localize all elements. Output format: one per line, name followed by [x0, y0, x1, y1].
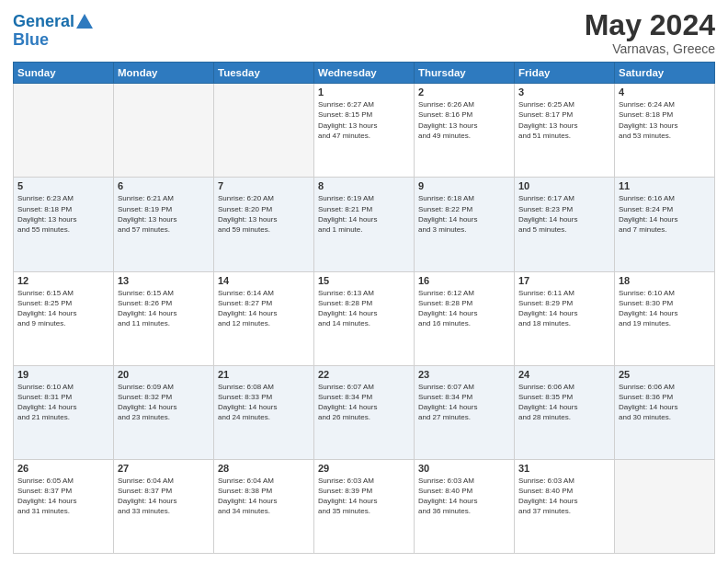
day-info: Sunrise: 6:18 AM Sunset: 8:22 PM Dayligh…	[418, 193, 510, 235]
day-number: 26	[17, 463, 109, 474]
logo-text: General	[13, 13, 74, 31]
calendar-cell: 7Sunrise: 6:20 AM Sunset: 8:20 PM Daylig…	[214, 178, 314, 271]
day-info: Sunrise: 6:04 AM Sunset: 8:38 PM Dayligh…	[218, 476, 310, 517]
day-number: 18	[619, 275, 711, 286]
calendar-header-row: SundayMondayTuesdayWednesdayThursdayFrid…	[14, 63, 715, 84]
day-info: Sunrise: 6:13 AM Sunset: 8:28 PM Dayligh…	[318, 288, 410, 329]
day-header-friday: Friday	[515, 63, 615, 84]
calendar-cell: 30Sunrise: 6:03 AM Sunset: 8:40 PM Dayli…	[415, 459, 515, 553]
day-number: 14	[218, 275, 310, 286]
day-header-monday: Monday	[114, 63, 214, 84]
day-info: Sunrise: 6:20 AM Sunset: 8:20 PM Dayligh…	[218, 193, 310, 235]
day-number: 25	[619, 369, 711, 380]
page: General Blue May 2024 Varnavas, Greece S…	[0, 0, 728, 563]
day-info: Sunrise: 6:21 AM Sunset: 8:19 PM Dayligh…	[118, 193, 210, 235]
day-header-sunday: Sunday	[14, 63, 114, 84]
day-number: 3	[518, 86, 610, 98]
day-number: 19	[17, 369, 109, 380]
calendar-cell: 12Sunrise: 6:15 AM Sunset: 8:25 PM Dayli…	[14, 271, 114, 365]
day-header-tuesday: Tuesday	[214, 63, 314, 84]
day-number: 8	[318, 180, 410, 191]
day-info: Sunrise: 6:07 AM Sunset: 8:34 PM Dayligh…	[418, 382, 510, 423]
calendar-cell: 14Sunrise: 6:14 AM Sunset: 8:27 PM Dayli…	[214, 271, 314, 365]
calendar-cell: 27Sunrise: 6:04 AM Sunset: 8:37 PM Dayli…	[114, 459, 214, 553]
day-number: 28	[218, 463, 310, 474]
day-number: 6	[118, 180, 210, 191]
calendar-cell: 18Sunrise: 6:10 AM Sunset: 8:30 PM Dayli…	[615, 271, 715, 365]
calendar-cell: 6Sunrise: 6:21 AM Sunset: 8:19 PM Daylig…	[114, 178, 214, 271]
day-number: 29	[318, 463, 410, 474]
day-info: Sunrise: 6:19 AM Sunset: 8:21 PM Dayligh…	[318, 193, 410, 235]
day-info: Sunrise: 6:15 AM Sunset: 8:26 PM Dayligh…	[118, 288, 210, 329]
header: General Blue May 2024 Varnavas, Greece	[13, 9, 715, 56]
title-month: May 2024	[585, 9, 715, 41]
day-number: 17	[518, 275, 610, 286]
day-info: Sunrise: 6:03 AM Sunset: 8:40 PM Dayligh…	[418, 476, 510, 517]
day-number: 23	[418, 369, 510, 380]
day-info: Sunrise: 6:17 AM Sunset: 8:23 PM Dayligh…	[518, 193, 610, 235]
calendar-week-row: 12Sunrise: 6:15 AM Sunset: 8:25 PM Dayli…	[14, 271, 715, 365]
calendar-cell: 5Sunrise: 6:23 AM Sunset: 8:18 PM Daylig…	[14, 178, 114, 271]
day-number: 7	[218, 180, 310, 191]
day-info: Sunrise: 6:06 AM Sunset: 8:35 PM Dayligh…	[518, 382, 610, 423]
day-header-saturday: Saturday	[615, 63, 715, 84]
day-number: 9	[418, 180, 510, 191]
day-info: Sunrise: 6:03 AM Sunset: 8:39 PM Dayligh…	[318, 476, 410, 517]
day-info: Sunrise: 6:14 AM Sunset: 8:27 PM Dayligh…	[218, 288, 310, 329]
title-location: Varnavas, Greece	[585, 41, 715, 56]
calendar-cell: 13Sunrise: 6:15 AM Sunset: 8:26 PM Dayli…	[114, 271, 214, 365]
calendar-cell	[14, 84, 114, 178]
day-info: Sunrise: 6:10 AM Sunset: 8:30 PM Dayligh…	[619, 288, 711, 329]
day-number: 22	[318, 369, 410, 380]
logo: General Blue	[13, 13, 93, 50]
calendar-cell	[615, 459, 715, 553]
day-info: Sunrise: 6:16 AM Sunset: 8:24 PM Dayligh…	[619, 193, 711, 235]
calendar-cell: 19Sunrise: 6:10 AM Sunset: 8:31 PM Dayli…	[14, 365, 114, 459]
day-info: Sunrise: 6:08 AM Sunset: 8:33 PM Dayligh…	[218, 382, 310, 423]
calendar-cell: 2Sunrise: 6:26 AM Sunset: 8:16 PM Daylig…	[415, 84, 515, 178]
day-info: Sunrise: 6:04 AM Sunset: 8:37 PM Dayligh…	[118, 476, 210, 517]
day-info: Sunrise: 6:06 AM Sunset: 8:36 PM Dayligh…	[619, 382, 711, 423]
day-number: 12	[17, 275, 109, 286]
calendar-cell: 9Sunrise: 6:18 AM Sunset: 8:22 PM Daylig…	[415, 178, 515, 271]
calendar-cell: 26Sunrise: 6:05 AM Sunset: 8:37 PM Dayli…	[14, 459, 114, 553]
title-block: May 2024 Varnavas, Greece	[585, 9, 715, 56]
calendar-cell: 8Sunrise: 6:19 AM Sunset: 8:21 PM Daylig…	[314, 178, 415, 271]
day-number: 13	[118, 275, 210, 286]
day-header-thursday: Thursday	[415, 63, 515, 84]
calendar-cell: 25Sunrise: 6:06 AM Sunset: 8:36 PM Dayli…	[615, 365, 715, 459]
day-number: 31	[518, 463, 610, 474]
day-number: 1	[318, 86, 410, 98]
calendar-cell: 3Sunrise: 6:25 AM Sunset: 8:17 PM Daylig…	[515, 84, 615, 178]
day-info: Sunrise: 6:12 AM Sunset: 8:28 PM Dayligh…	[418, 288, 510, 329]
day-number: 21	[218, 369, 310, 380]
calendar-week-row: 26Sunrise: 6:05 AM Sunset: 8:37 PM Dayli…	[14, 459, 715, 553]
calendar-cell: 16Sunrise: 6:12 AM Sunset: 8:28 PM Dayli…	[415, 271, 515, 365]
day-info: Sunrise: 6:27 AM Sunset: 8:15 PM Dayligh…	[318, 99, 410, 141]
day-number: 20	[118, 369, 210, 380]
calendar-week-row: 5Sunrise: 6:23 AM Sunset: 8:18 PM Daylig…	[14, 178, 715, 271]
calendar-cell: 11Sunrise: 6:16 AM Sunset: 8:24 PM Dayli…	[615, 178, 715, 271]
calendar-cell: 21Sunrise: 6:08 AM Sunset: 8:33 PM Dayli…	[214, 365, 314, 459]
day-number: 2	[418, 86, 510, 98]
calendar-cell: 20Sunrise: 6:09 AM Sunset: 8:32 PM Dayli…	[114, 365, 214, 459]
day-info: Sunrise: 6:25 AM Sunset: 8:17 PM Dayligh…	[518, 99, 610, 141]
calendar-cell: 28Sunrise: 6:04 AM Sunset: 8:38 PM Dayli…	[214, 459, 314, 553]
calendar-week-row: 19Sunrise: 6:10 AM Sunset: 8:31 PM Dayli…	[14, 365, 715, 459]
calendar-cell: 29Sunrise: 6:03 AM Sunset: 8:39 PM Dayli…	[314, 459, 415, 553]
day-number: 11	[619, 180, 711, 191]
day-number: 16	[418, 275, 510, 286]
day-number: 24	[518, 369, 610, 380]
day-header-wednesday: Wednesday	[314, 63, 415, 84]
calendar-cell: 4Sunrise: 6:24 AM Sunset: 8:18 PM Daylig…	[615, 84, 715, 178]
day-info: Sunrise: 6:09 AM Sunset: 8:32 PM Dayligh…	[118, 382, 210, 423]
calendar-cell: 10Sunrise: 6:17 AM Sunset: 8:23 PM Dayli…	[515, 178, 615, 271]
day-info: Sunrise: 6:07 AM Sunset: 8:34 PM Dayligh…	[318, 382, 410, 423]
calendar-cell: 15Sunrise: 6:13 AM Sunset: 8:28 PM Dayli…	[314, 271, 415, 365]
day-number: 5	[17, 180, 109, 191]
calendar-table: SundayMondayTuesdayWednesdayThursdayFrid…	[13, 62, 715, 554]
day-info: Sunrise: 6:03 AM Sunset: 8:40 PM Dayligh…	[518, 476, 610, 517]
day-number: 30	[418, 463, 510, 474]
day-info: Sunrise: 6:26 AM Sunset: 8:16 PM Dayligh…	[418, 99, 510, 141]
day-number: 10	[518, 180, 610, 191]
